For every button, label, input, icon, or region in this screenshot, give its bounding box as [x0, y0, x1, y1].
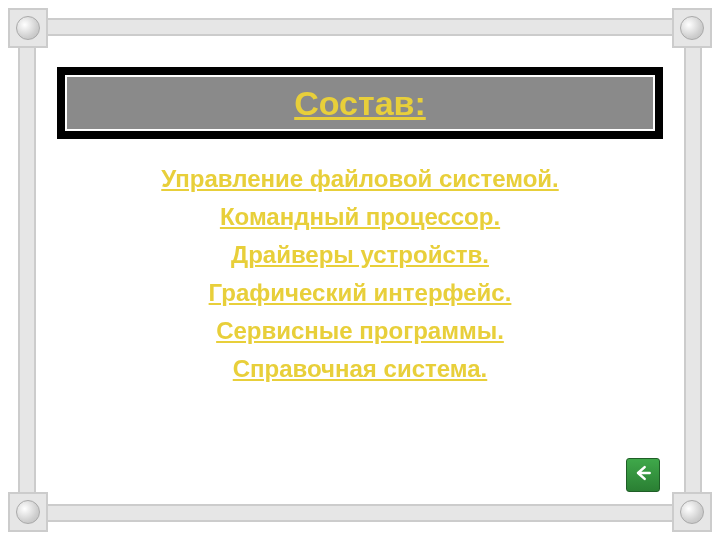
circle-icon [680, 500, 704, 524]
frame-bar-top [48, 18, 672, 36]
circle-icon [680, 16, 704, 40]
circle-icon [16, 16, 40, 40]
title-box: Состав: [60, 70, 660, 136]
page-title: Состав: [294, 84, 426, 123]
list-item[interactable]: Сервисные программы. [60, 317, 660, 345]
frame-bar-bottom [48, 504, 672, 522]
list-item[interactable]: Справочная система. [60, 355, 660, 383]
circle-icon [16, 500, 40, 524]
corner-button-top-right[interactable] [672, 8, 712, 48]
corner-button-bottom-left[interactable] [8, 492, 48, 532]
list-item[interactable]: Драйверы устройств. [60, 241, 660, 269]
list-item[interactable]: Графический интерфейс. [60, 279, 660, 307]
corner-button-top-left[interactable] [8, 8, 48, 48]
corner-button-bottom-right[interactable] [672, 492, 712, 532]
back-button[interactable] [626, 458, 660, 492]
frame-bar-right [684, 48, 702, 492]
list-item[interactable]: Управление файловой системой. [60, 165, 660, 193]
content-list: Управление файловой системой. Командный … [60, 155, 660, 393]
arrow-left-icon [633, 463, 653, 487]
list-item[interactable]: Командный процессор. [60, 203, 660, 231]
frame-bar-left [18, 48, 36, 492]
